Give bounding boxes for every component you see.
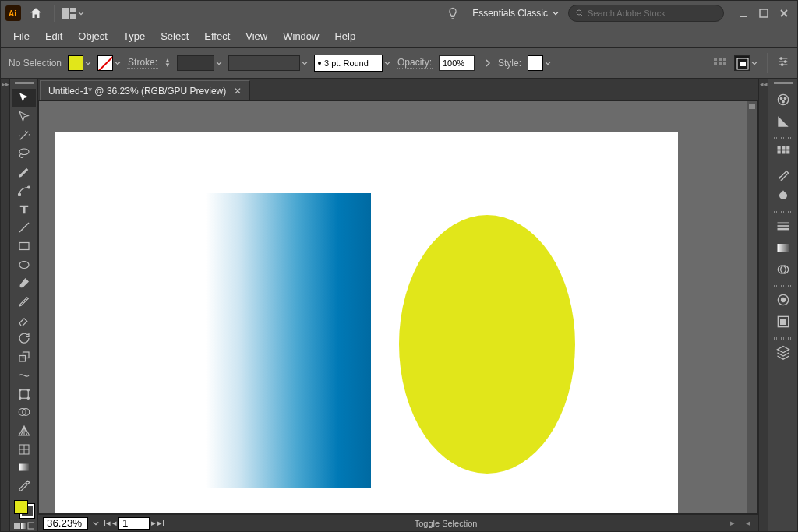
svg-rect-5	[740, 16, 747, 17]
tool-pencil[interactable]	[12, 292, 36, 311]
expand-panels-button[interactable]: ◂◂	[758, 79, 768, 531]
panel-group-grip[interactable]	[774, 285, 793, 287]
tool-rotate[interactable]	[12, 329, 36, 348]
panel-graphic-styles[interactable]	[772, 311, 795, 333]
tool-magic-wand[interactable]	[12, 126, 36, 145]
expand-tools-button[interactable]: ▸▸	[1, 79, 10, 531]
brush-definition[interactable]: 3 pt. Round	[314, 55, 390, 72]
panel-symbols[interactable]	[772, 185, 795, 206]
menu-window[interactable]: Window	[275, 27, 327, 45]
preferences-button[interactable]	[777, 55, 789, 70]
document-tab[interactable]: Untitled-1* @ 36.23% (RGB/GPU Preview) ✕	[40, 80, 250, 100]
close-button[interactable]	[775, 8, 793, 19]
artboard[interactable]	[55, 132, 678, 514]
tool-shape-builder[interactable]	[12, 403, 36, 421]
adobe-stock-search[interactable]	[568, 5, 724, 22]
svg-rect-8	[719, 58, 722, 61]
chevron-down-icon	[78, 10, 84, 16]
tool-eraser[interactable]	[12, 311, 36, 329]
chevron-down-icon[interactable]	[93, 520, 99, 527]
stroke-swatch-control[interactable]	[97, 55, 121, 71]
tool-mesh[interactable]	[12, 440, 36, 459]
panel-color-guide[interactable]	[772, 111, 795, 132]
chevron-right-icon[interactable]	[484, 59, 492, 67]
menu-select[interactable]: Select	[153, 27, 196, 45]
close-tab-button[interactable]: ✕	[234, 86, 242, 97]
vertical-scrollbar[interactable]	[747, 101, 757, 513]
tool-ellipse[interactable]	[12, 255, 36, 274]
svg-point-22	[19, 261, 29, 268]
panel-gradient[interactable]	[772, 237, 795, 259]
menu-effect[interactable]: Effect	[196, 27, 238, 45]
panel-layers[interactable]	[772, 341, 795, 363]
opacity-input[interactable]	[439, 55, 475, 71]
stroke-weight-input[interactable]	[177, 55, 214, 71]
color-mode-row[interactable]	[12, 520, 36, 531]
arrange-documents-button[interactable]	[62, 8, 84, 19]
canvas[interactable]	[38, 100, 758, 514]
tool-free-transform[interactable]	[12, 385, 36, 403]
menu-type[interactable]: Type	[115, 27, 153, 45]
fill-swatch-control[interactable]	[68, 55, 91, 71]
tool-line-segment[interactable]	[12, 218, 36, 237]
rectangle-shape[interactable]	[206, 193, 371, 488]
tool-direct-selection[interactable]	[12, 107, 36, 126]
prev-artboard-button[interactable]: ◂	[112, 518, 117, 528]
discover-tips-button[interactable]	[443, 3, 463, 23]
workspace-switcher[interactable]: Essentials Classic	[472, 8, 559, 19]
last-artboard-button[interactable]: ▸I	[157, 518, 164, 528]
chevron-down-icon	[85, 60, 91, 66]
scroll-right-button[interactable]: ▸	[727, 518, 738, 529]
menu-file[interactable]: File	[5, 27, 37, 45]
zoom-input[interactable]	[43, 517, 88, 530]
panel-grip[interactable]	[774, 82, 793, 86]
scroll-left-button[interactable]: ◂	[743, 518, 754, 529]
panel-swatches[interactable]	[772, 141, 795, 163]
minimize-button[interactable]	[735, 8, 752, 19]
panel-group-grip[interactable]	[774, 337, 793, 340]
panel-transparency[interactable]	[772, 259, 795, 280]
fill-stroke-indicator[interactable]	[12, 499, 36, 520]
maximize-button[interactable]	[755, 8, 772, 19]
variable-width-profile[interactable]	[228, 55, 308, 71]
document-setup-button[interactable]	[714, 58, 728, 69]
panel-stroke[interactable]	[772, 215, 795, 237]
tool-pen[interactable]	[12, 163, 36, 181]
menu-help[interactable]: Help	[327, 27, 363, 45]
tool-curvature[interactable]	[12, 181, 36, 200]
menu-view[interactable]: View	[238, 27, 275, 45]
panel-group-grip[interactable]	[774, 137, 793, 139]
tool-width[interactable]	[12, 366, 36, 385]
align-to-control[interactable]	[734, 55, 757, 71]
panel-grip[interactable]	[15, 82, 34, 86]
svg-rect-9	[723, 58, 726, 61]
next-artboard-button[interactable]: ▸	[151, 518, 156, 528]
panel-appearance[interactable]	[772, 289, 795, 311]
tool-scale[interactable]	[12, 347, 36, 366]
tool-perspective-grid[interactable]	[12, 421, 36, 440]
stock-search-input[interactable]	[588, 9, 717, 18]
tool-lasso[interactable]	[12, 145, 36, 164]
tool-type[interactable]	[12, 200, 36, 219]
tool-selection[interactable]	[12, 89, 36, 107]
stroke-weight-stepper[interactable]: ▲▼	[164, 58, 171, 68]
home-button[interactable]	[26, 3, 46, 23]
menu-edit[interactable]: Edit	[37, 27, 70, 45]
tool-rectangle[interactable]	[12, 237, 36, 255]
panel-brushes[interactable]	[772, 163, 795, 185]
ellipse-shape[interactable]	[399, 215, 575, 474]
graphic-style-control[interactable]	[528, 55, 551, 71]
panel-group-grip[interactable]	[774, 211, 793, 213]
opacity-label[interactable]: Opacity:	[397, 57, 433, 69]
first-artboard-button[interactable]: I◂	[104, 518, 111, 528]
artboard-index-input[interactable]	[118, 517, 150, 530]
tool-gradient[interactable]	[12, 459, 36, 477]
tool-paintbrush[interactable]	[12, 274, 36, 293]
menu-object[interactable]: Object	[70, 27, 115, 45]
panel-color[interactable]	[772, 89, 795, 111]
svg-point-16	[784, 61, 786, 63]
tool-eyedropper[interactable]	[12, 477, 36, 495]
document-tab-title: Untitled-1* @ 36.23% (RGB/GPU Preview)	[48, 86, 226, 97]
svg-rect-2	[70, 8, 76, 12]
stroke-label[interactable]: Stroke:	[127, 57, 158, 69]
